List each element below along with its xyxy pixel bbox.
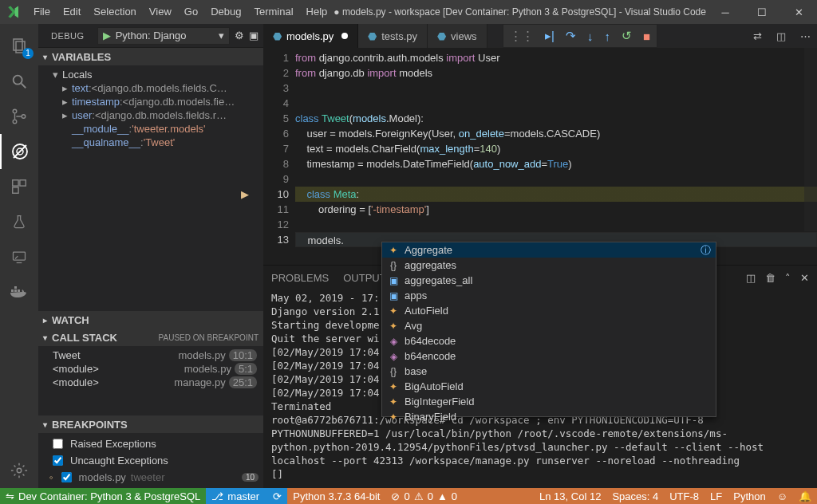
variables-section[interactable]: ▾ VARIABLES bbox=[38, 48, 263, 65]
more-icon[interactable]: ⋯ bbox=[793, 24, 817, 48]
minimize-button[interactable]: ─ bbox=[707, 0, 744, 24]
tab-tests[interactable]: ⬣tests.py bbox=[358, 24, 428, 48]
method-icon: ✦ bbox=[387, 245, 400, 256]
step-out-icon[interactable]: ↑ bbox=[604, 30, 610, 43]
step-into-icon[interactable]: ↓ bbox=[587, 30, 594, 43]
ac-item[interactable]: {}aggregates bbox=[382, 258, 716, 273]
menu-debug[interactable]: Debug bbox=[204, 0, 247, 24]
panel-split-icon[interactable]: ◫ bbox=[746, 272, 756, 284]
ac-item[interactable]: ◈b64decode bbox=[382, 333, 716, 348]
callstack-section[interactable]: ▾ CALL STACKPAUSED ON BREAKPOINT bbox=[38, 329, 263, 346]
ac-item[interactable]: {}base bbox=[382, 364, 716, 379]
debug-sidebar: DEBUG ▶ Python: Django ▾ ⚙ ▣ ▾ VARIABLES… bbox=[38, 24, 263, 488]
eol[interactable]: LF bbox=[705, 490, 728, 502]
restart-icon[interactable]: ↺ bbox=[622, 29, 632, 43]
panel-close-icon[interactable]: ✕ bbox=[800, 272, 809, 284]
explorer-badge: 1 bbox=[22, 48, 34, 59]
ac-item[interactable]: ✦BinaryField bbox=[382, 409, 716, 424]
ac-item[interactable]: ✦BigIntegerField bbox=[382, 394, 716, 409]
debug-label: DEBUG bbox=[43, 30, 93, 42]
bp-file[interactable]: ◦models.py tweeter10 bbox=[38, 469, 263, 486]
var-timestamp[interactable]: ▸timestamp: <django.db.models.fie… bbox=[38, 95, 263, 108]
ac-item[interactable]: ✦Aggregateⓘ bbox=[382, 242, 716, 258]
code-editor[interactable]: 123456789 10▶ 111213 from django.contrib… bbox=[263, 48, 817, 265]
branch-icon: ⎇ bbox=[211, 490, 223, 502]
watch-section[interactable]: ▸ WATCH bbox=[38, 311, 263, 329]
activity-bar: 1 bbox=[0, 24, 38, 488]
code-lines[interactable]: from django.contrib.auth.models import U… bbox=[295, 48, 817, 265]
step-over-icon[interactable]: ↷ bbox=[566, 29, 576, 43]
debug-gear-icon[interactable]: ⚙ bbox=[235, 30, 244, 41]
autocomplete-popup[interactable]: ✦Aggregateⓘ {}aggregates ▣aggregates_all… bbox=[381, 242, 716, 417]
menu-edit[interactable]: Edit bbox=[57, 0, 87, 24]
var-text[interactable]: ▸text: <django.db.models.fields.C… bbox=[38, 81, 263, 95]
ac-item[interactable]: ▣aggregates_all bbox=[382, 273, 716, 288]
breakpoints-section[interactable]: ▾ BREAKPOINTS bbox=[38, 415, 263, 433]
cursor-position[interactable]: Ln 13, Col 12 bbox=[534, 490, 606, 502]
ac-item[interactable]: ◈b64encode bbox=[382, 348, 716, 364]
extensions-icon[interactable] bbox=[0, 169, 38, 204]
explorer-icon[interactable]: 1 bbox=[0, 29, 38, 64]
debug-icon[interactable] bbox=[0, 134, 38, 169]
bp-uncaught-checkbox[interactable] bbox=[53, 455, 63, 466]
debug-console-icon[interactable]: ▣ bbox=[249, 30, 259, 41]
info-icon[interactable]: ⓘ bbox=[701, 243, 711, 258]
panel-tab-output[interactable]: OUTPUT bbox=[343, 272, 385, 284]
remote-icon[interactable] bbox=[0, 239, 38, 274]
settings-gear-icon[interactable] bbox=[0, 453, 38, 488]
panel-tab-problems[interactable]: PROBLEMS bbox=[271, 272, 329, 284]
docker-icon[interactable] bbox=[0, 274, 38, 309]
floating-debug-bar[interactable]: ⋮⋮ ▸| ↷ ↓ ↑ ↺ ■ bbox=[503, 24, 657, 48]
language-mode[interactable]: Python bbox=[728, 490, 771, 502]
ac-item[interactable]: ✦AutoField bbox=[382, 303, 716, 318]
panel-trash-icon[interactable]: 🗑 bbox=[765, 272, 776, 284]
menu-file[interactable]: File bbox=[27, 0, 57, 24]
ac-item[interactable]: ▣apps bbox=[382, 288, 716, 303]
maximize-button[interactable]: ☐ bbox=[744, 0, 780, 24]
search-icon[interactable] bbox=[0, 64, 38, 99]
variable-icon: ▣ bbox=[387, 290, 400, 301]
compare-icon[interactable]: ⇄ bbox=[745, 24, 769, 48]
minimap[interactable] bbox=[804, 48, 817, 231]
tab-views[interactable]: ⬣views bbox=[428, 24, 487, 48]
menu-go[interactable]: Go bbox=[178, 0, 204, 24]
method-icon: ✦ bbox=[387, 305, 400, 317]
bp-file-checkbox[interactable] bbox=[61, 472, 72, 482]
var-qualname[interactable]: __qualname__: 'Tweet' bbox=[38, 136, 263, 149]
ac-item[interactable]: ✦Avg bbox=[382, 318, 716, 333]
continue-icon[interactable]: ▸| bbox=[545, 29, 555, 43]
tab-models[interactable]: ⬣models.py bbox=[263, 24, 358, 48]
menu-selection[interactable]: Selection bbox=[87, 0, 142, 24]
close-button[interactable]: ✕ bbox=[780, 0, 817, 24]
frame-tweet[interactable]: Tweetmodels.py10:1 bbox=[38, 348, 263, 362]
frame-module-2[interactable]: <module>manage.py25:1 bbox=[38, 376, 263, 389]
indentation[interactable]: Spaces: 4 bbox=[606, 490, 664, 502]
encoding[interactable]: UTF-8 bbox=[664, 490, 705, 502]
python-env[interactable]: Python 3.7.3 64-bit bbox=[287, 488, 385, 504]
bp-raised[interactable]: Raised Exceptions bbox=[38, 435, 263, 452]
var-module[interactable]: __module__: 'tweeter.models' bbox=[38, 122, 263, 136]
frame-module-1[interactable]: <module>models.py5:1 bbox=[38, 362, 263, 376]
menu-view[interactable]: View bbox=[143, 0, 178, 24]
problems-counts[interactable]: ⊘0 ⚠0 ▲0 bbox=[385, 488, 463, 504]
bp-uncaught[interactable]: Uncaught Exceptions bbox=[38, 452, 263, 469]
grip-icon[interactable]: ⋮⋮ bbox=[510, 29, 534, 43]
feedback-icon[interactable]: ☺ bbox=[772, 490, 793, 502]
remote-indicator[interactable]: ⇋Dev Container: Python 3 & PostgreSQL bbox=[0, 488, 206, 504]
stop-icon[interactable]: ■ bbox=[643, 30, 650, 43]
sync-icon[interactable]: ⟳ bbox=[273, 490, 282, 502]
testing-flask-icon[interactable] bbox=[0, 204, 38, 239]
menu-help[interactable]: Help bbox=[300, 0, 334, 24]
panel-up-icon[interactable]: ˄ bbox=[785, 272, 791, 284]
ac-item[interactable]: ✦BigAutoField bbox=[382, 379, 716, 394]
bp-raised-checkbox[interactable] bbox=[53, 439, 63, 449]
menu-terminal[interactable]: Terminal bbox=[247, 0, 299, 24]
var-user[interactable]: ▸user: <django.db.models.fields.r… bbox=[38, 108, 263, 122]
notification-bell-icon[interactable]: 🔔 bbox=[793, 490, 817, 502]
debug-config-select[interactable]: ▶ Python: Django ▾ bbox=[97, 27, 230, 45]
variable-icon: ▣ bbox=[387, 275, 400, 286]
branch-indicator[interactable]: ⎇master ⟳ bbox=[206, 488, 287, 504]
scope-locals[interactable]: ▾Locals bbox=[38, 68, 263, 81]
split-editor-icon[interactable]: ◫ bbox=[769, 24, 793, 48]
scm-icon[interactable] bbox=[0, 99, 38, 134]
